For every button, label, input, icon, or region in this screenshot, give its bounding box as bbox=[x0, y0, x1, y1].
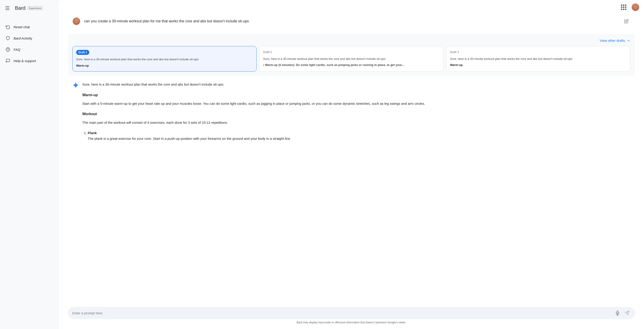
sidebar-item-faq[interactable]: FAQ bbox=[2, 44, 57, 55]
bard-star-icon bbox=[72, 82, 79, 88]
sidebar-header: Bard Experiment bbox=[0, 3, 59, 15]
response-content: Sure, here is a 30-minute workout plan t… bbox=[82, 81, 630, 145]
response-intro: Sure, here is a 30-minute workout plan t… bbox=[82, 81, 630, 87]
edit-message-button[interactable] bbox=[622, 17, 630, 26]
reset-icon bbox=[6, 24, 10, 29]
sidebar-item-label-help-support: Help & support bbox=[14, 59, 36, 63]
sidebar-item-help-support[interactable]: Help & support bbox=[2, 55, 57, 66]
send-button[interactable] bbox=[624, 310, 630, 316]
input-area: Bard may display inaccurate or offensive… bbox=[59, 303, 644, 329]
draft-2-label: Draft 2 bbox=[263, 50, 272, 54]
sidebar-item-bard-activity[interactable]: Bard Activity bbox=[2, 33, 57, 43]
sidebar-item-label-bard-activity: Bard Activity bbox=[14, 36, 32, 40]
response-section-warmup-content: Start with a 5-minute warm-up to get you… bbox=[82, 101, 630, 107]
question-icon bbox=[6, 47, 10, 52]
bard-logo-area: Bard Experiment bbox=[15, 5, 43, 11]
response-section-workout-content: The main part of the workout will consis… bbox=[82, 120, 630, 126]
user-avatar[interactable] bbox=[631, 3, 640, 11]
view-other-drafts-button[interactable]: View other drafts bbox=[600, 39, 630, 42]
view-drafts-label: View other drafts bbox=[600, 39, 625, 42]
exercise-name-plank: Plank bbox=[88, 131, 97, 135]
main-content: can you create a 30-minute workout plan … bbox=[59, 0, 644, 329]
hamburger-button[interactable] bbox=[4, 4, 11, 12]
sidebar-item-label-reset-chat: Reset chat bbox=[14, 25, 30, 29]
exercise-item-plank: Plank The plank is a great exercise for … bbox=[88, 130, 630, 142]
draft-3-label: Draft 3 bbox=[450, 50, 459, 54]
draft-2-sub: • Warm-up (5 minutes): Do some light car… bbox=[263, 63, 440, 67]
experiment-badge: Experiment bbox=[27, 6, 43, 10]
chat-area: can you create a 30-minute workout plan … bbox=[59, 0, 644, 303]
response-section-workout-title: Workout bbox=[82, 111, 630, 117]
draft-card-3[interactable]: Draft 3 Sure, here is a 30-minute workou… bbox=[446, 46, 630, 72]
sidebar-item-reset-chat[interactable]: Reset chat bbox=[2, 22, 57, 32]
draft-card-2[interactable]: Draft 2 Sure, here is a 30-minute workou… bbox=[259, 46, 444, 72]
draft-card-1[interactable]: Draft 1 Sure, here is a 30-minute workou… bbox=[72, 46, 256, 72]
drafts-container: View other drafts Draft 1 Sure, here is … bbox=[68, 34, 635, 76]
sidebar-item-label-faq: FAQ bbox=[14, 48, 20, 51]
user-message: can you create a 30-minute workout plan … bbox=[68, 13, 635, 29]
exercise-list: Plank The plank is a great exercise for … bbox=[88, 130, 630, 142]
draft-3-text: Sure, here is a 30-minute workout plan t… bbox=[450, 57, 626, 61]
exercise-description-plank: The plank is a great exercise for your c… bbox=[88, 136, 630, 142]
shield-icon bbox=[6, 36, 10, 41]
input-container bbox=[68, 307, 635, 319]
topbar bbox=[619, 3, 640, 12]
help-icon bbox=[6, 58, 10, 63]
drafts-header: View other drafts bbox=[72, 39, 630, 42]
draft-1-sub: Warm-up bbox=[76, 63, 253, 68]
bard-response: Sure, here is a 30-minute workout plan t… bbox=[68, 81, 635, 145]
draft-3-sub: Warm-up bbox=[450, 63, 626, 67]
disclaimer-text: Bard may display inaccurate or offensive… bbox=[68, 319, 635, 327]
google-apps-button[interactable] bbox=[619, 3, 628, 12]
sidebar: Bard Experiment Reset chat Bard Activity bbox=[0, 0, 59, 329]
bard-response-header: Sure, here is a 30-minute workout plan t… bbox=[72, 81, 630, 145]
microphone-button[interactable] bbox=[614, 310, 621, 316]
bard-title: Bard bbox=[15, 5, 25, 11]
draft-1-label: Draft 1 bbox=[76, 50, 89, 55]
draft-2-text: Sure, here is a 30-minute workout plan t… bbox=[263, 57, 440, 61]
sidebar-nav: Reset chat Bard Activity FAQ bbox=[0, 20, 59, 68]
draft-1-text: Sure, here is a 30-minute workout plan t… bbox=[76, 57, 253, 62]
user-message-text: can you create a 30-minute workout plan … bbox=[84, 17, 619, 24]
response-section-warmup-title: Warm-up bbox=[82, 92, 630, 98]
drafts-grid: Draft 1 Sure, here is a 30-minute workou… bbox=[72, 46, 630, 72]
user-avatar-small bbox=[72, 17, 80, 25]
prompt-input[interactable] bbox=[72, 311, 612, 315]
